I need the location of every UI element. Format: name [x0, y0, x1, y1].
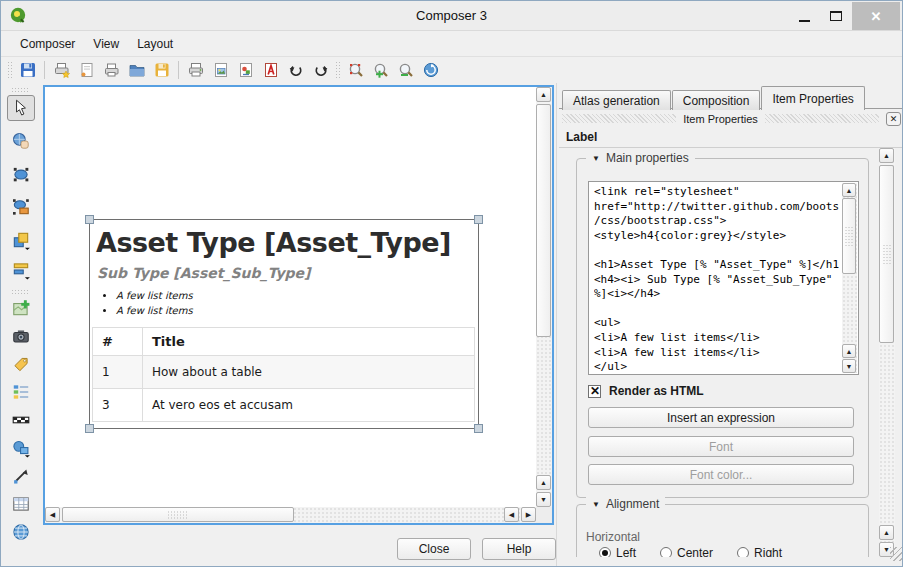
composition-canvas[interactable]: Asset Type [Asset_Type] Sub Type [Asset_…: [43, 85, 554, 525]
ungroup-items-icon: [11, 197, 31, 217]
align-left-radio[interactable]: Left: [599, 546, 636, 557]
export-as-pdf-button[interactable]: [258, 59, 283, 81]
group-items-button[interactable]: [7, 161, 35, 187]
load-from-template-button[interactable]: [124, 59, 149, 81]
toolbar-separator: [44, 61, 45, 79]
toolbar-separator: [178, 61, 179, 79]
render-as-html-checkbox[interactable]: ✕: [588, 385, 601, 398]
zoom-in-icon: [372, 61, 390, 79]
resize-handle[interactable]: [85, 215, 94, 224]
menu-composer[interactable]: Composer: [11, 34, 84, 54]
tab-item-properties[interactable]: Item Properties: [761, 86, 864, 110]
tab-atlas-generation[interactable]: Atlas generation: [562, 90, 671, 110]
horizontal-label: Horizontal: [586, 530, 640, 544]
resize-handle[interactable]: [474, 215, 483, 224]
zoom-full-button[interactable]: [343, 59, 368, 81]
add-attribute-table-button[interactable]: [7, 491, 35, 517]
vertical-scroll-thumb[interactable]: [879, 165, 894, 343]
main-properties-header[interactable]: ▼ Main properties: [586, 151, 695, 165]
help-button[interactable]: Help: [482, 538, 556, 560]
resize-handle[interactable]: [474, 424, 483, 433]
add-html-frame-button[interactable]: [7, 519, 35, 545]
html-source-textedit[interactable]: <link rel="stylesheet" href="http://twit…: [588, 181, 859, 375]
toolbar-handle[interactable]: [11, 87, 29, 93]
close-button[interactable]: Close: [397, 538, 471, 560]
undo-button[interactable]: [283, 59, 308, 81]
minimize-button[interactable]: [788, 2, 820, 30]
print-button[interactable]: [183, 59, 208, 81]
add-new-scalebar-button[interactable]: [7, 407, 35, 433]
align-right-radio[interactable]: Right: [737, 546, 782, 557]
export-as-image-button[interactable]: [208, 59, 233, 81]
toolbar-handle[interactable]: [7, 61, 13, 79]
radio-icon: [599, 547, 611, 557]
panel-splitter[interactable]: [556, 83, 557, 566]
scroll-down-button[interactable]: ▼: [842, 359, 856, 373]
add-basic-shape-button[interactable]: [7, 435, 35, 461]
refresh-view-button[interactable]: [418, 59, 443, 81]
add-image-button[interactable]: [7, 323, 35, 349]
alignment-header[interactable]: ▼ Alignment: [586, 497, 665, 511]
vertical-scroll-thumb[interactable]: [842, 198, 856, 274]
add-image-icon: [11, 326, 31, 346]
scroll-down-button[interactable]: ▼: [536, 492, 551, 507]
dock-close-button[interactable]: ✕: [886, 112, 901, 126]
textedit-vertical-scrollbar[interactable]: ▲ ▲ ▼: [842, 183, 857, 373]
ungroup-items-button[interactable]: [7, 194, 35, 220]
toolbar-handle[interactable]: [335, 61, 341, 79]
add-arrow-button[interactable]: [7, 463, 35, 489]
font-button[interactable]: Font: [588, 436, 854, 457]
scroll-right-button[interactable]: ▶: [521, 507, 536, 522]
save-project-button[interactable]: [15, 59, 40, 81]
panel-vertical-scrollbar[interactable]: ▲ ▲ ▼: [879, 148, 895, 557]
canvas-vertical-scrollbar[interactable]: ▲ ▲ ▼: [536, 87, 552, 507]
menu-view[interactable]: View: [84, 34, 128, 54]
resize-grip[interactable]: [890, 547, 903, 561]
raise-selected-items-button[interactable]: [7, 227, 35, 253]
scroll-up-button[interactable]: ▲: [879, 148, 894, 163]
maximize-button[interactable]: [820, 2, 852, 30]
scroll-up-button[interactable]: ▲: [842, 344, 856, 358]
align-center-radio[interactable]: Center: [660, 546, 713, 557]
add-label-button[interactable]: [7, 351, 35, 377]
scroll-up-button[interactable]: ▲: [536, 475, 551, 490]
horizontal-scroll-thumb[interactable]: [62, 507, 294, 522]
render-as-html-label: Render as HTML: [609, 384, 704, 398]
move-item-content-button[interactable]: [7, 128, 35, 154]
add-new-map-button[interactable]: [7, 295, 35, 321]
close-window-button[interactable]: ✕: [852, 2, 900, 30]
align-selected-items-button[interactable]: [7, 257, 35, 283]
scroll-left-button[interactable]: ◀: [45, 507, 60, 522]
zoom-in-button[interactable]: [368, 59, 393, 81]
html-source-text[interactable]: <link rel="stylesheet" href="http://twit…: [594, 185, 839, 372]
label-title: Asset Type [Asset_Type]: [96, 227, 478, 258]
tab-composition[interactable]: Composition: [672, 90, 761, 110]
zoom-out-button[interactable]: [393, 59, 418, 81]
add-new-legend-button[interactable]: [7, 379, 35, 405]
add-arrow-icon: [11, 466, 31, 486]
resize-handle[interactable]: [85, 424, 94, 433]
export-as-svg-button[interactable]: [233, 59, 258, 81]
font-color-button[interactable]: Font color...: [588, 464, 854, 485]
save-as-template-button[interactable]: [149, 59, 174, 81]
window-title: Composer 3: [1, 8, 902, 23]
scroll-up-button[interactable]: ▲: [536, 87, 551, 102]
radio-label: Left: [616, 546, 636, 557]
table-cell: How about a table: [143, 356, 475, 389]
title-bar[interactable]: Composer 3 ✕: [1, 1, 902, 31]
radio-label: Center: [677, 546, 713, 557]
scroll-left-button[interactable]: ◀: [504, 507, 519, 522]
scroll-up-button[interactable]: ▲: [842, 183, 856, 197]
label-item[interactable]: Asset Type [Asset_Type] Sub Type [Asset_…: [89, 219, 479, 429]
composition-manager-button[interactable]: [49, 59, 74, 81]
insert-expression-button[interactable]: Insert an expression: [588, 407, 854, 428]
canvas-horizontal-scrollbar[interactable]: ◀ ◀ ▶: [45, 507, 536, 523]
vertical-scroll-thumb[interactable]: [536, 104, 551, 337]
select-move-item-button[interactable]: [7, 95, 35, 121]
redo-button[interactable]: [308, 59, 333, 81]
duplicate-composition-button[interactable]: [99, 59, 124, 81]
scroll-up-button[interactable]: ▲: [879, 525, 894, 540]
new-composition-button[interactable]: [74, 59, 99, 81]
dock-title-bar[interactable]: Item Properties ✕: [562, 111, 901, 126]
menu-layout[interactable]: Layout: [128, 34, 182, 54]
